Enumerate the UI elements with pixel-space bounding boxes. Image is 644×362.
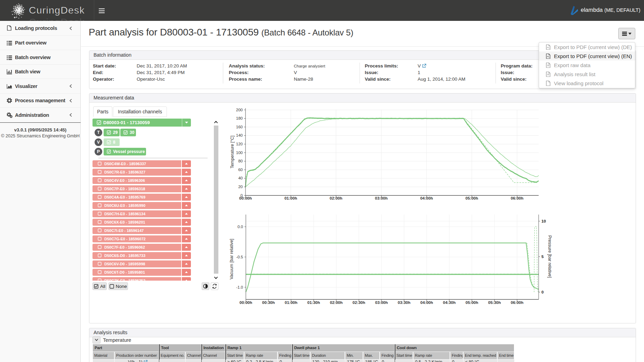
svg-text:04:00h: 04:00h [420, 196, 433, 200]
svg-text:05:30h: 05:30h [488, 300, 501, 305]
svg-text:100: 100 [236, 151, 243, 155]
svg-text:-0.5: -0.5 [236, 255, 243, 259]
svg-text:0.0: 0.0 [238, 225, 243, 229]
svg-text:120: 120 [236, 142, 243, 146]
svg-text:140: 140 [236, 133, 243, 137]
svg-text:02:00h: 02:00h [330, 300, 343, 305]
svg-text:05:00h: 05:00h [466, 300, 478, 305]
svg-text:40: 40 [238, 176, 243, 180]
svg-text:05:00h: 05:00h [466, 196, 478, 200]
svg-text:200: 200 [236, 108, 243, 112]
svg-text:60: 60 [238, 168, 243, 172]
svg-text:04:30h: 04:30h [443, 300, 456, 305]
svg-text:00:00h: 00:00h [239, 196, 252, 200]
svg-text:06:00h: 06:00h [511, 196, 523, 200]
svg-text:02:00h: 02:00h [330, 196, 342, 200]
svg-text:04:00h: 04:00h [420, 300, 433, 305]
svg-text:-1.0: -1.0 [236, 285, 243, 289]
svg-text:03:00h: 03:00h [375, 196, 387, 200]
svg-text:20: 20 [238, 185, 243, 189]
svg-text:00:30h: 00:30h [262, 300, 275, 305]
svg-text:01:00h: 01:00h [284, 196, 297, 200]
svg-text:06:00h: 06:00h [511, 300, 523, 305]
svg-text:02:30h: 02:30h [353, 300, 365, 305]
svg-text:160: 160 [236, 125, 243, 129]
svg-text:180: 180 [236, 116, 243, 120]
svg-text:03:30h: 03:30h [398, 300, 410, 305]
svg-text:Pressure [bar relative]: Pressure [bar relative] [547, 235, 552, 278]
svg-text:10: 10 [541, 219, 546, 223]
svg-text:03:00h: 03:00h [375, 300, 388, 305]
svg-text:01:30h: 01:30h [307, 300, 320, 305]
svg-text:Vacuum [bar relative]: Vacuum [bar relative] [229, 239, 234, 279]
svg-text:80: 80 [238, 159, 243, 163]
svg-text:Temperature [°C]: Temperature [°C] [230, 136, 235, 169]
svg-text:5: 5 [541, 255, 544, 259]
svg-text:00:00h: 00:00h [240, 300, 252, 305]
svg-text:01:00h: 01:00h [285, 300, 297, 305]
svg-text:0: 0 [541, 290, 544, 294]
